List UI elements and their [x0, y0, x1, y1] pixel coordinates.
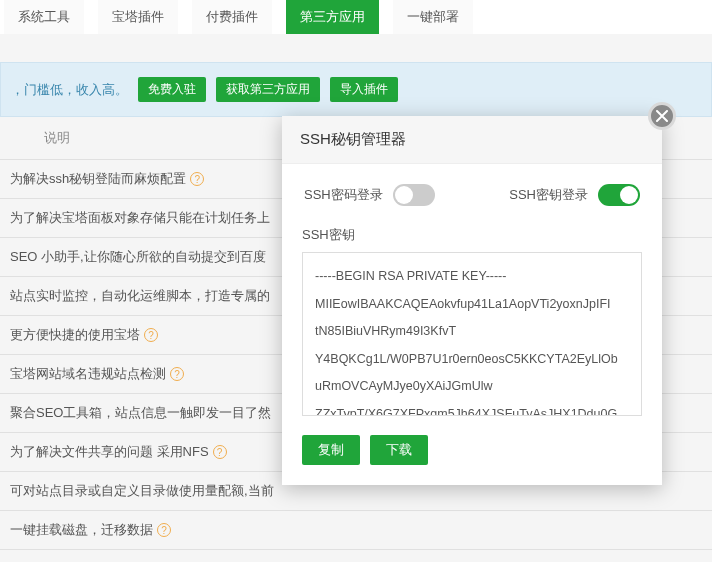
modal-body: SSH密码登录 SSH密钥登录 SSH密钥 复制 下载	[282, 164, 662, 485]
get-thirdparty-button[interactable]: 获取第三方应用	[216, 77, 320, 102]
download-button[interactable]: 下载	[370, 435, 428, 465]
row-description: 更方便快捷的使用宝塔	[10, 326, 140, 344]
row-description: 为解决ssh秘钥登陆而麻烦配置	[10, 170, 186, 188]
tab-one-click-deploy[interactable]: 一键部署	[393, 0, 473, 34]
ssh-key-textarea[interactable]	[302, 252, 642, 416]
row-description: 宝塔网站域名违规站点检测	[10, 365, 166, 383]
ssh-password-login-label: SSH密码登录	[304, 186, 383, 204]
ssh-key-login-toggle[interactable]	[598, 184, 640, 206]
table-row: 木马查杀简单工具 ?	[0, 549, 712, 562]
row-description: 一键挂载磁盘，迁移数据	[10, 521, 153, 539]
copy-button[interactable]: 复制	[302, 435, 360, 465]
tab-bt-plugins[interactable]: 宝塔插件	[98, 0, 178, 34]
table-row: 一键挂载磁盘，迁移数据 ?	[0, 510, 712, 549]
plugin-tabs: 系统工具 宝塔插件 付费插件 第三方应用 一键部署	[0, 0, 712, 34]
promo-text: ，门槛低，收入高。	[11, 81, 128, 99]
modal-actions: 复制 下载	[302, 435, 642, 465]
ssh-key-label: SSH密钥	[302, 226, 642, 244]
close-icon[interactable]	[648, 102, 676, 130]
help-icon[interactable]: ?	[170, 367, 184, 381]
help-icon[interactable]: ?	[213, 445, 227, 459]
free-join-button[interactable]: 免费入驻	[138, 77, 206, 102]
tab-system-tools[interactable]: 系统工具	[4, 0, 84, 34]
row-description: 站点实时监控，自动化运维脚本，打造专属的	[10, 287, 270, 305]
tab-thirdparty-apps[interactable]: 第三方应用	[286, 0, 379, 34]
ssh-password-login-toggle[interactable]	[393, 184, 435, 206]
help-icon[interactable]: ?	[157, 523, 171, 537]
ssh-key-login-label: SSH密钥登录	[509, 186, 588, 204]
login-toggle-row: SSH密码登录 SSH密钥登录	[302, 182, 642, 208]
row-description: 为了解决文件共享的问题 采用NFS	[10, 443, 209, 461]
help-icon[interactable]: ?	[190, 172, 204, 186]
modal-title: SSH秘钥管理器	[282, 116, 662, 164]
row-description: SEO 小助手,让你随心所欲的自动提交到百度	[10, 248, 266, 266]
tab-paid-plugins[interactable]: 付费插件	[192, 0, 272, 34]
import-plugin-button[interactable]: 导入插件	[330, 77, 398, 102]
row-description: 可对站点目录或自定义目录做使用量配额,当前	[10, 482, 274, 500]
help-icon[interactable]: ?	[144, 328, 158, 342]
row-description: 为了解决宝塔面板对象存储只能在计划任务上	[10, 209, 270, 227]
promo-bar: ，门槛低，收入高。 免费入驻 获取第三方应用 导入插件	[0, 62, 712, 117]
row-description: 聚合SEO工具箱，站点信息一触即发一目了然	[10, 404, 271, 422]
ssh-key-manager-modal: SSH秘钥管理器 SSH密码登录 SSH密钥登录 SSH密钥 复制 下载	[282, 116, 662, 485]
